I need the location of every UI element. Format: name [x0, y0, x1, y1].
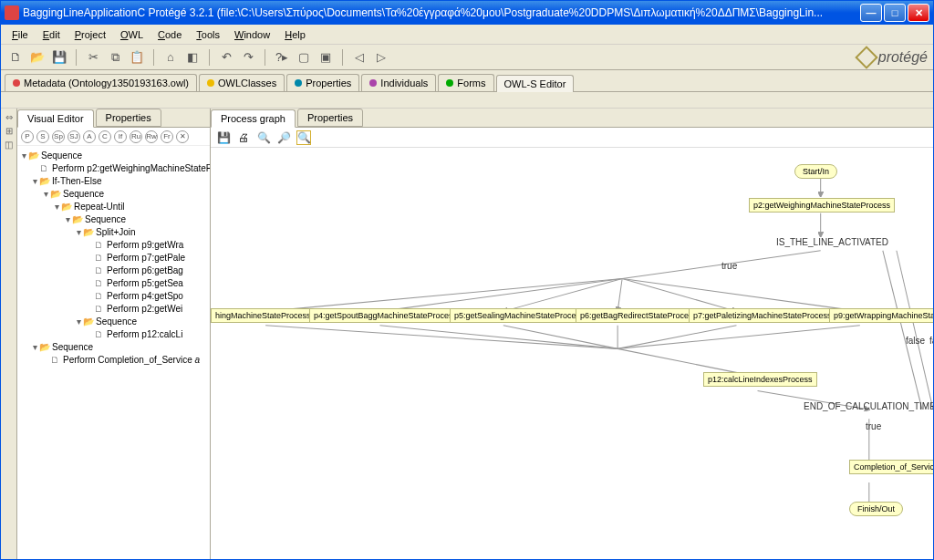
menu-project[interactable]: Project: [67, 27, 113, 42]
ibtn-s[interactable]: S: [36, 130, 49, 143]
menu-file[interactable]: File: [5, 27, 36, 42]
tab-owls-editor[interactable]: OWL-S Editor: [496, 75, 575, 92]
label-cond2: END_OF_CALCULATION_TIME: [804, 401, 933, 411]
svg-line-17: [883, 251, 922, 410]
minimize-button[interactable]: —: [860, 4, 882, 22]
tab-individuals[interactable]: Individuals: [361, 74, 436, 91]
tree-node: ▾📂If-Then-Else: [19, 175, 208, 188]
tree-node: ▾📂Sequence: [19, 188, 208, 201]
ibtn-sj[interactable]: SJ: [67, 130, 80, 143]
ibtn-if[interactable]: If: [114, 130, 127, 143]
graph-save-icon[interactable]: 💾: [216, 130, 231, 145]
ibtn-c[interactable]: C: [99, 130, 111, 143]
side-icon3[interactable]: ◫: [5, 140, 13, 150]
ibtn-sp[interactable]: Sp: [52, 130, 65, 143]
process-tree[interactable]: ▾📂Sequence 🗋Perform p2:getWeighingMachin…: [17, 146, 210, 559]
graph-zoomin-icon[interactable]: 🔎: [276, 130, 291, 145]
tool4-icon[interactable]: ▣: [317, 48, 335, 67]
tab-metadata[interactable]: Metadata (Ontology1350193163.owl): [5, 74, 197, 91]
app-icon: [5, 5, 19, 20]
tab-forms[interactable]: Forms: [438, 74, 493, 91]
undo-icon[interactable]: ↶: [217, 48, 235, 67]
save-icon[interactable]: 💾: [50, 48, 68, 67]
ibtn-ru[interactable]: Ru: [130, 130, 142, 143]
tree-node: ▾📂Split+Join: [19, 226, 208, 239]
graph-toolbar: 💾 🖨 🔍 🔎 🔍: [211, 128, 933, 148]
tree-node: 🗋Perform p9:getWra: [19, 239, 208, 252]
tree-node: 🗋Perform p2:getWeighingMachineStatePr: [19, 162, 208, 175]
tree-node: 🗋Perform p12:calcLi: [19, 328, 208, 341]
menubar: File Edit Project OWL Code Tools Window …: [1, 25, 933, 45]
tab-owlclasses[interactable]: OWLClasses: [199, 74, 285, 91]
ibtn-rw[interactable]: Rw: [145, 130, 158, 143]
node-completion[interactable]: Completion_of_Service: [849, 460, 933, 474]
titlebar: BaggingLineApplicationC Protégé 3.2.1 (f…: [1, 1, 933, 25]
svg-line-18: [897, 251, 933, 410]
spacer: [1, 92, 933, 109]
side-icon2[interactable]: ⊞: [5, 126, 13, 136]
right-tabs: Process graph Properties: [211, 109, 933, 128]
menu-help[interactable]: Help: [277, 27, 313, 42]
node-row3[interactable]: p5:getSealingMachineStateProcess: [450, 308, 589, 323]
tree-node: ▾📂Repeat-Until: [19, 201, 208, 213]
tree-node: 🗋Perform Completion_of_Service a: [19, 354, 208, 367]
node-row4[interactable]: p6:getBagRedirectStateProcess: [576, 308, 701, 323]
node-start[interactable]: Start/In: [794, 164, 837, 179]
tree-node: 🗋Perform p7:getPale: [19, 252, 208, 264]
graph-zoomout-icon[interactable]: 🔍: [256, 130, 271, 145]
svg-line-6: [617, 279, 622, 312]
svg-line-5: [503, 279, 622, 312]
node-row6[interactable]: p9:getWrappingMachineStateProcess: [829, 308, 933, 323]
tab-properties-right[interactable]: Properties: [297, 109, 363, 127]
svg-line-9: [265, 326, 617, 349]
query-icon[interactable]: ?▸: [273, 48, 291, 67]
right-pane: Process graph Properties 💾 🖨 🔍 🔎 🔍: [211, 109, 933, 559]
tab-properties-left[interactable]: Properties: [96, 109, 161, 127]
node-row2[interactable]: p4:getSpoutBaggMachineStateProcess: [309, 308, 462, 323]
tool1-icon[interactable]: ⌂: [161, 48, 180, 67]
paste-icon[interactable]: 📋: [128, 48, 146, 67]
node-p2[interactable]: p2:getWeighingMachineStateProcess: [749, 198, 895, 213]
tree-node: 🗋Perform p5:getSea: [19, 277, 208, 290]
menu-code[interactable]: Code: [150, 27, 189, 42]
new-icon[interactable]: 🗋: [6, 48, 25, 67]
tab-process-graph[interactable]: Process graph: [211, 109, 296, 128]
side-icon1[interactable]: ⇔: [5, 112, 13, 122]
node-p12[interactable]: p12:calcLineIndexesProcess: [703, 372, 817, 387]
copy-icon[interactable]: ⧉: [106, 48, 124, 67]
tree-node: ▾📂Sequence: [19, 316, 208, 328]
nav-back-icon[interactable]: ◁: [350, 48, 368, 67]
tool2-icon[interactable]: ◧: [183, 48, 202, 67]
svg-line-7: [622, 279, 736, 312]
protege-logo: protégé: [858, 49, 928, 66]
window-buttons: — □ ✕: [860, 4, 929, 22]
close-button[interactable]: ✕: [908, 4, 929, 22]
ibtn-a[interactable]: A: [83, 130, 96, 143]
tab-visual-editor[interactable]: Visual Editor: [17, 109, 94, 128]
svg-line-3: [265, 279, 622, 312]
node-row1[interactable]: hingMachineStateProcess: [211, 308, 316, 323]
graph-print-icon[interactable]: 🖨: [236, 130, 251, 145]
tool3-icon[interactable]: ▢: [295, 48, 313, 67]
editor-icon-row: P S Sp SJ A C If Ru Rw Fr ✕: [17, 128, 210, 146]
open-icon[interactable]: 📂: [28, 48, 47, 67]
side-panel: ⇔ ⊞ ◫: [1, 109, 17, 559]
tab-properties[interactable]: Properties: [286, 74, 359, 91]
nav-fwd-icon[interactable]: ▷: [372, 48, 390, 67]
graph-zoomfit-icon[interactable]: 🔍: [296, 130, 311, 145]
app-window: BaggingLineApplicationC Protégé 3.2.1 (f…: [0, 0, 934, 560]
cut-icon[interactable]: ✂: [84, 48, 102, 67]
node-finish[interactable]: Finish/Out: [849, 502, 903, 516]
ibtn-p[interactable]: P: [21, 130, 34, 143]
node-row5[interactable]: p7:getPaletizingMachineStateProcess: [689, 308, 836, 323]
menu-owl[interactable]: OWL: [113, 27, 150, 42]
redo-icon[interactable]: ↷: [239, 48, 257, 67]
maximize-button[interactable]: □: [884, 4, 906, 22]
menu-tools[interactable]: Tools: [189, 27, 227, 42]
ibtn-fr[interactable]: Fr: [161, 130, 173, 143]
menu-window[interactable]: Window: [227, 27, 277, 42]
graph-canvas[interactable]: Start/In p2:getWeighingMachineStateProce…: [211, 148, 933, 559]
ibtn-del[interactable]: ✕: [176, 130, 189, 143]
menu-edit[interactable]: Edit: [36, 27, 67, 42]
svg-line-11: [503, 326, 617, 349]
